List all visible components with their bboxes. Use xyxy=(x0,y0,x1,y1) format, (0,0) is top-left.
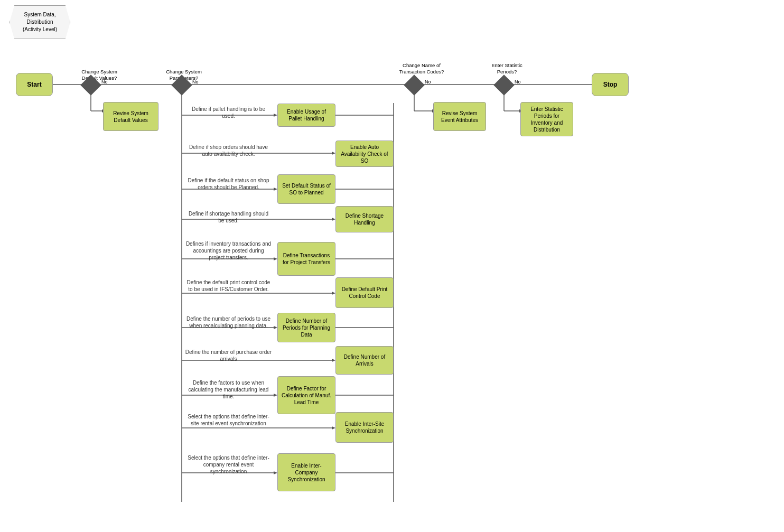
define-factor-box[interactable]: Define Factor for Calculation of Manuf. … xyxy=(277,376,335,414)
enable-intersite-box[interactable]: Enable Inter-Site Synchronization xyxy=(335,412,394,443)
svg-marker-12 xyxy=(332,152,335,155)
lbl-default-status: Define if the default status on shop ord… xyxy=(185,177,272,191)
svg-marker-26 xyxy=(274,394,277,397)
stop-terminal: Stop xyxy=(592,73,629,96)
diamond4 xyxy=(493,74,515,96)
lbl-shortage: Define if shortage handling should be us… xyxy=(185,210,272,224)
lbl-auto-avail: Define if shop orders should have auto a… xyxy=(185,144,272,157)
enter-statistic-box[interactable]: Enter Statistic Periods for Inventory an… xyxy=(520,102,573,136)
lbl-pallet: Define if pallet handling is to be used. xyxy=(185,106,272,119)
enable-pallet-box[interactable]: Enable Usage of Pallet Handling xyxy=(277,104,335,127)
define-print-box[interactable]: Define Default Print Control Code xyxy=(335,277,394,308)
lbl-factor: Define the factors to use when calculati… xyxy=(185,379,272,400)
lbl-transactions: Defines if inventory transactions and ac… xyxy=(185,240,272,261)
d4-no-label: No xyxy=(515,79,521,85)
d2-no-label: No xyxy=(192,79,199,85)
svg-marker-14 xyxy=(274,188,277,191)
d1-no-label: No xyxy=(101,79,108,85)
lbl-arrivals: Define the number of purchase order arri… xyxy=(185,349,272,362)
svg-marker-10 xyxy=(274,114,277,117)
svg-marker-24 xyxy=(332,359,335,362)
set-default-status-box[interactable]: Set Default Status of SO to Planned xyxy=(277,174,335,204)
lbl-intersite: Select the options that define inter-sit… xyxy=(185,413,272,427)
svg-marker-16 xyxy=(332,218,335,221)
svg-marker-28 xyxy=(332,426,335,430)
revise-event-box[interactable]: Revise System Event Attributes xyxy=(433,102,486,131)
define-transactions-box[interactable]: Define Transactions for Project Transfer… xyxy=(277,242,335,276)
enable-auto-avail-box[interactable]: Enable Auto Availability Check of SO xyxy=(335,141,394,167)
svg-marker-22 xyxy=(274,326,277,329)
lbl-print: Define the default print control code to… xyxy=(185,279,272,293)
lbl-intercompany: Select the options that define inter-com… xyxy=(185,454,272,475)
diagram-title: System Data, Distribution (Activity Leve… xyxy=(10,5,70,39)
diamond3 xyxy=(404,74,425,96)
svg-marker-20 xyxy=(332,292,335,295)
lbl-periods: Define the number of periods to use when… xyxy=(185,315,272,329)
diagram-container: System Data, Distribution (Activity Leve… xyxy=(0,0,784,532)
define-periods-box[interactable]: Define Number of Periods for Planning Da… xyxy=(277,313,335,342)
start-terminal: Start xyxy=(16,73,53,96)
decision4-label: Enter Statistic Periods? xyxy=(482,62,532,78)
svg-marker-18 xyxy=(274,257,277,260)
enable-intercompany-box[interactable]: Enable Inter- Company Synchronization xyxy=(277,453,335,491)
define-shortage-box[interactable]: Define Shortage Handling xyxy=(335,206,394,232)
d3-no-label: No xyxy=(425,79,431,85)
define-arrivals-box[interactable]: Define Number of Arrivals xyxy=(335,346,394,375)
revise-defaults-box[interactable]: Revise System Default Values xyxy=(103,102,158,131)
svg-marker-30 xyxy=(274,471,277,474)
decision3-label: Change Name of Transaction Codes? xyxy=(395,62,448,78)
